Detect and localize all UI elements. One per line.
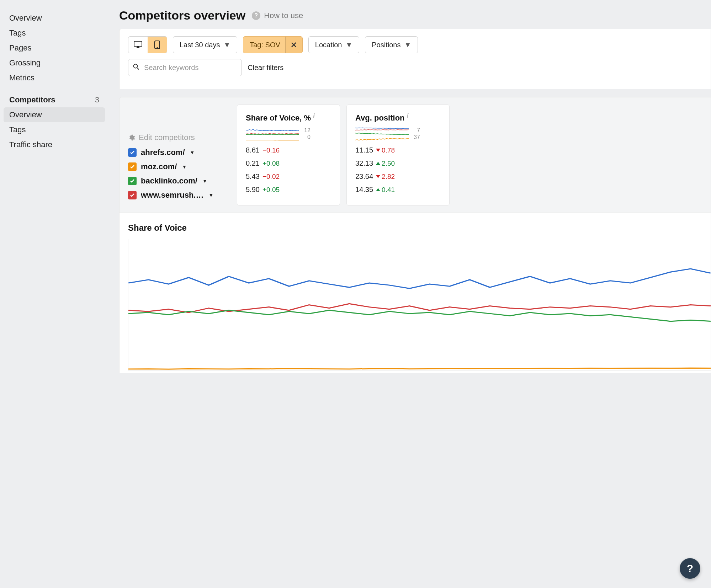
caret-down-icon: ▼ [202, 178, 207, 184]
avg-range: 7 37 [414, 127, 420, 140]
main: Competitors overview ? How to use Last 3… [108, 0, 711, 373]
metric-delta: +0.05 [262, 186, 280, 194]
competitor-row[interactable]: ahrefs.com/▼ [128, 148, 230, 157]
close-icon [291, 42, 297, 48]
search-input-wrap [128, 59, 242, 76]
sidebar-item-overview[interactable]: Overview [0, 11, 108, 26]
metric-row: 0.21+0.08 [246, 159, 331, 167]
remove-tag-filter-button[interactable] [285, 37, 302, 53]
metric-delta: −0.02 [262, 173, 280, 181]
sidebar-item-competitors-tags[interactable]: Tags [0, 122, 108, 137]
sidebar: Overview Tags Pages Grossing Metrics Com… [0, 0, 108, 373]
date-range-select[interactable]: Last 30 days ▼ [173, 36, 237, 53]
competitor-checkbox[interactable] [128, 162, 137, 171]
metric-title: Share of Voice, % [246, 113, 311, 123]
help-icon: ? [252, 11, 260, 20]
svg-point-2 [134, 64, 138, 68]
sidebar-item-grossing[interactable]: Grossing [0, 55, 108, 70]
caret-down-icon: ▼ [404, 41, 411, 49]
gear-icon [128, 134, 135, 141]
metric-row: 11.150.78 [355, 146, 441, 154]
metric-delta: −0.16 [262, 146, 280, 154]
search-keywords-input[interactable] [128, 59, 242, 76]
filters-panel: Last 30 days ▼ Tag: SOV Location ▼ Posit… [119, 29, 711, 89]
competitor-name: backlinko.com/ [141, 176, 197, 186]
sidebar-item-pages[interactable]: Pages [0, 41, 108, 55]
sidebar-item-tags[interactable]: Tags [0, 26, 108, 41]
metric-delta: 2.82 [376, 173, 395, 181]
competitor-checkbox[interactable] [128, 191, 137, 199]
competitors-legend: Edit competitors ahrefs.com/▼moz.com/▼ba… [120, 97, 237, 213]
tag-filter-chip[interactable]: Tag: SOV [243, 36, 303, 53]
competitor-row[interactable]: backlinko.com/▼ [128, 176, 230, 186]
page-title: Competitors overview [119, 9, 245, 22]
metric-value: 5.43 [246, 172, 260, 181]
metric-delta: 2.50 [376, 160, 395, 167]
caret-down-icon: ▼ [182, 164, 187, 170]
sov-range: 12 0 [304, 127, 311, 140]
competitors-count-badge: 3 [95, 95, 99, 105]
chart-section: Share of Voice [120, 213, 711, 373]
competitor-checkbox[interactable] [128, 177, 137, 185]
sov-sparkline [246, 126, 299, 141]
info-icon[interactable]: i [407, 112, 409, 120]
search-icon [133, 63, 139, 72]
metric-row: 23.642.82 [355, 172, 441, 181]
competitor-checkbox[interactable] [128, 148, 137, 157]
device-desktop-button[interactable] [128, 37, 148, 53]
info-icon[interactable]: i [313, 112, 315, 120]
trend-arrow-icon [376, 162, 380, 165]
metric-row: 8.61−0.16 [246, 146, 331, 154]
share-of-voice-chart [128, 239, 711, 371]
location-select[interactable]: Location ▼ [308, 36, 359, 53]
metric-delta: 0.78 [376, 146, 395, 154]
metric-value: 8.61 [246, 146, 260, 154]
metric-value: 11.15 [355, 146, 373, 154]
avg-sparkline [355, 126, 409, 141]
share-of-voice-card: Share of Voice, % i 12 0 8.61−0.160.21+0… [237, 105, 340, 205]
metric-row: 5.43−0.02 [246, 172, 331, 181]
device-toggle [128, 36, 167, 53]
competitor-name: moz.com/ [141, 162, 177, 171]
metric-value: 14.35 [355, 186, 373, 194]
device-mobile-button[interactable] [148, 37, 167, 53]
competitor-row[interactable]: moz.com/▼ [128, 162, 230, 171]
metric-title: Avg. position [355, 113, 405, 123]
trend-arrow-icon [376, 188, 380, 191]
metric-delta: +0.08 [262, 160, 280, 167]
metric-value: 5.90 [246, 186, 260, 194]
sidebar-item-metrics[interactable]: Metrics [0, 70, 108, 85]
metric-delta: 0.41 [376, 186, 395, 194]
edit-competitors-button[interactable]: Edit competitors [128, 133, 230, 142]
clear-filters-button[interactable]: Clear filters [248, 64, 283, 72]
metric-row: 32.132.50 [355, 159, 441, 167]
mobile-icon [154, 41, 160, 49]
trend-arrow-icon [376, 149, 380, 152]
caret-down-icon: ▼ [208, 192, 213, 198]
trend-arrow-icon [376, 175, 380, 178]
sidebar-item-competitors-overview[interactable]: Overview [4, 107, 105, 122]
sidebar-item-traffic-share[interactable]: Traffic share [0, 137, 108, 152]
competitors-cards-panel: Edit competitors ahrefs.com/▼moz.com/▼ba… [119, 97, 711, 373]
sidebar-group-competitors: Competitors 3 [0, 92, 108, 107]
metric-value: 32.13 [355, 159, 373, 167]
competitor-name: www.semrush.… [141, 191, 203, 200]
caret-down-icon: ▼ [190, 150, 195, 155]
metric-row: 5.90+0.05 [246, 186, 331, 194]
how-to-use-link[interactable]: ? How to use [252, 11, 303, 20]
competitor-row[interactable]: www.semrush.…▼ [128, 191, 230, 200]
competitor-name: ahrefs.com/ [141, 148, 185, 157]
caret-down-icon: ▼ [223, 41, 230, 49]
avg-position-card: Avg. position i 7 37 11.150.7832.132.502… [346, 105, 450, 205]
metric-value: 0.21 [246, 159, 260, 167]
metric-row: 14.350.41 [355, 186, 441, 194]
svg-point-1 [157, 47, 158, 48]
metric-value: 23.64 [355, 172, 373, 181]
positions-select[interactable]: Positions ▼ [365, 36, 418, 53]
desktop-icon [134, 41, 142, 49]
chart-title: Share of Voice [128, 223, 711, 233]
caret-down-icon: ▼ [345, 41, 352, 49]
